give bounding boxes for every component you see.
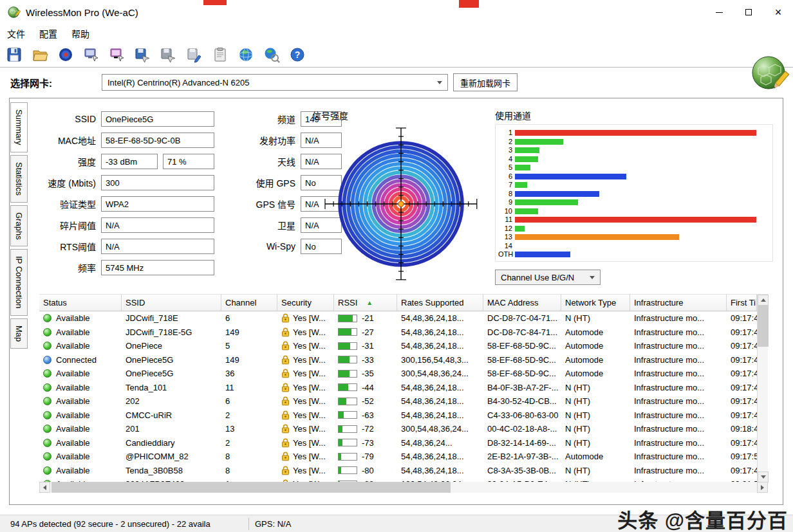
cell-first-time: 09:18:4: [727, 422, 757, 436]
column-header-label: Channel: [225, 298, 256, 307]
table-row[interactable]: AvailableCMCC-uRiR2Yes [W...-6354,48,36,…: [39, 408, 768, 423]
column-header-status[interactable]: Status: [39, 295, 122, 311]
scroll-left-button[interactable]: [39, 482, 50, 493]
minimize-button[interactable]: [704, 0, 734, 24]
field-row: RTS阈值N/A: [39, 239, 214, 254]
scroll-right-button[interactable]: [757, 482, 768, 493]
channel-bar-row: 1: [498, 129, 770, 138]
record-icon[interactable]: [57, 46, 75, 64]
available-orb-icon: [43, 411, 51, 419]
horizontal-scrollbar-track[interactable]: [50, 482, 757, 493]
scroll-down-button[interactable]: [758, 472, 769, 482]
adapter-label: 选择网卡:: [10, 76, 52, 89]
status-text: Available: [56, 410, 90, 420]
help-icon[interactable]: ?: [288, 46, 306, 64]
table-row[interactable]: ConnectedOnePiece5G149Yes [W...-33300,15…: [39, 353, 768, 367]
table-row[interactable]: AvailableOnePiece5Yes [W...-3154,48,36,2…: [39, 339, 768, 353]
summary-content: SSIDOnePiece5GMAC地址58-EF-68-5D-9C-0B强度-3…: [29, 98, 783, 504]
available-orb-icon: [43, 425, 51, 433]
chevron-down-icon: [437, 81, 442, 84]
table-row[interactable]: AvailableJDCwifi_718E-5G149Yes [W...-275…: [39, 326, 768, 340]
column-header-mac-address[interactable]: MAC Address: [483, 295, 561, 311]
tab-graphs[interactable]: Graphs: [10, 205, 28, 247]
tab-map[interactable]: Map: [10, 318, 28, 349]
table-row[interactable]: AvailableJDCwifi_718E6Yes [W...-2154,48,…: [39, 311, 768, 326]
table-row[interactable]: AvailableCandieddiary2Yes [W...-7354,48,…: [39, 436, 768, 450]
tab-statistics[interactable]: Statistics: [10, 155, 28, 203]
cell-status: Available: [39, 367, 122, 381]
close-button[interactable]: ×: [763, 0, 793, 24]
copy-graph-icon[interactable]: [82, 46, 100, 64]
cell-rates: 54,48,36,24,18...: [397, 394, 483, 408]
cell-network-type: Automode: [561, 353, 630, 367]
cell-security: Yes [W...: [277, 311, 334, 326]
channel-bar-track: [515, 181, 770, 189]
column-header-security[interactable]: Security: [277, 295, 334, 311]
cell-infrastructure: Infrastructure mo...: [630, 394, 727, 408]
menu-item-1[interactable]: 配置: [32, 24, 64, 42]
tab-summary[interactable]: Summary: [10, 102, 28, 152]
cell-network-type: N (HT): [561, 381, 630, 395]
table-row[interactable]: Available2026Yes [W...-5254,48,36,24,18.…: [39, 394, 768, 408]
column-header-rates-supported[interactable]: Rates Supported: [397, 295, 483, 311]
table-row[interactable]: AvailableTenda_10111Yes [W...-4454,48,36…: [39, 381, 768, 395]
cell-network-type: N (HT): [561, 394, 630, 408]
table-row[interactable]: Available@PHICOMM_828Yes [W...-7954,48,3…: [39, 450, 768, 464]
adapter-combobox[interactable]: Intel(R) Centrino(R) Advanced-N 6205: [102, 74, 448, 91]
cell-rates: 54,48,36,24,18...: [397, 464, 483, 478]
vertical-scrollbar[interactable]: [757, 295, 768, 482]
field-row: 碎片阈值N/A: [39, 217, 214, 233]
tab-ip-connection[interactable]: IP Connection: [10, 249, 28, 315]
channel-bar: [515, 234, 679, 240]
lock-icon: [281, 327, 290, 337]
export-data-alt-icon[interactable]: [160, 46, 178, 64]
menu-item-2[interactable]: 帮助: [64, 24, 97, 42]
available-orb-icon: [43, 342, 51, 350]
open-folder-icon[interactable]: [31, 46, 49, 64]
field-row: 速度 (Mbits)300: [39, 175, 214, 190]
horizontal-scrollbar[interactable]: [39, 482, 768, 493]
column-header-network-type[interactable]: Network Type: [561, 295, 630, 311]
channel-bar-row: 4: [498, 155, 770, 164]
table-row[interactable]: AvailableTenda_3B0B588Yes [W...-8054,48,…: [39, 464, 768, 478]
connected-orb-icon: [43, 356, 51, 364]
channel-bar-track: [515, 198, 770, 206]
cell-rssi: -72: [334, 422, 397, 436]
channel-label: 3: [498, 147, 515, 154]
maximize-button[interactable]: [734, 0, 763, 24]
menu-item-0[interactable]: 文件: [0, 24, 32, 42]
cell-rates: 300,54,48,36,24...: [397, 367, 483, 381]
table-row[interactable]: AvailableOnePiece5G36Yes [W...-35300,54,…: [39, 367, 768, 381]
vertical-scrollbar-thumb[interactable]: [758, 306, 769, 347]
column-header-first-ti[interactable]: First Ti: [727, 295, 757, 311]
column-header-rssi[interactable]: RSSI▲: [334, 295, 397, 311]
cell-first-time: 09:17:4: [727, 353, 757, 367]
web-find-icon[interactable]: [263, 46, 281, 64]
clipboard-icon[interactable]: [211, 46, 229, 64]
cell-status: Available: [39, 394, 122, 408]
menu-bar: 文件配置帮助: [0, 24, 793, 42]
table-row[interactable]: Available20113Yes [W...-72300,54,48,36,2…: [39, 422, 768, 436]
save-icon[interactable]: [5, 46, 23, 64]
horizontal-scrollbar-thumb[interactable]: [51, 482, 451, 493]
reload-adapter-button[interactable]: 重新加载网卡: [453, 73, 518, 91]
export-data-icon[interactable]: [134, 46, 152, 64]
rssi-level-bar: [338, 328, 357, 336]
adapter-combobox-value: Intel(R) Centrino(R) Advanced-N 6205: [107, 78, 249, 87]
write-report-icon[interactable]: [185, 46, 203, 64]
column-header-channel[interactable]: Channel: [221, 295, 277, 311]
scroll-up-button[interactable]: [758, 295, 769, 306]
column-header-ssid[interactable]: SSID: [122, 295, 221, 311]
channel-bar: [515, 191, 599, 197]
column-header-infrastructure[interactable]: Infrastructure: [630, 295, 727, 311]
channel-use-mode-combobox[interactable]: Channel Use B/G/N: [495, 270, 601, 285]
watermark-text: 头条 @含量百分百: [617, 504, 788, 532]
cell-rssi: -35: [334, 367, 397, 381]
copy-graph-alt-icon[interactable]: [108, 46, 126, 64]
web-icon[interactable]: [237, 46, 255, 64]
cell-ssid: OnePiece5G: [122, 353, 221, 367]
field-label: 卫星: [254, 219, 301, 232]
cell-channel: 6: [221, 394, 277, 408]
cell-mac: DC-D8-7C-84-71...: [483, 326, 561, 340]
column-header-label: Network Type: [565, 298, 616, 307]
